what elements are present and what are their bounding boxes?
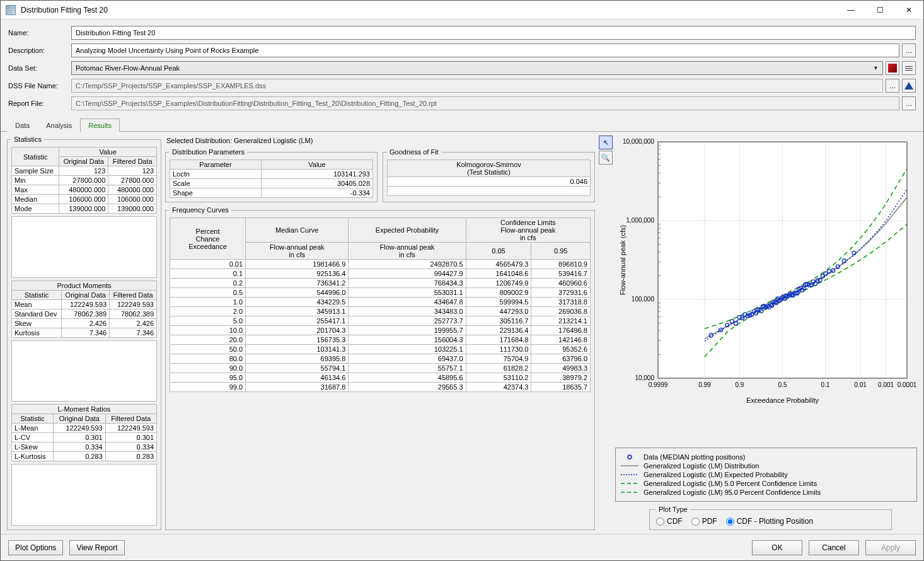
table-row: 5.0255417.1252773.7305116.7213214.1 (170, 316, 591, 326)
product-moments-table: Product Moments StatisticOriginal DataFi… (11, 280, 157, 338)
magnifier-icon: 🔍 (601, 154, 610, 162)
dataset-combo[interactable]: Potomac River-Flow-Annual Peak▼ (71, 61, 883, 75)
distribution-params-table: ParameterValue Loctn103141.293Scale30405… (170, 159, 373, 198)
table-row: Mode139000.000139000.000 (12, 204, 157, 214)
view-report-button[interactable]: View Report (69, 540, 124, 555)
frequency-chart: 10,000100,0001,000,00010,000,0000.99990.… (614, 136, 916, 407)
chevron-down-icon: ▼ (873, 65, 879, 71)
frequency-table: PercentChanceExceedance Median Curve Exp… (170, 217, 591, 392)
svg-text:0.1: 0.1 (821, 381, 830, 388)
tab-bar: Data Analysis Results (1, 118, 923, 132)
table-row: 95.046134.645895.653110.238979.2 (170, 373, 591, 383)
dss-browse-button[interactable]: … (886, 79, 899, 93)
zoom-tool-button[interactable]: 🔍 (599, 151, 613, 165)
dss-icon-button[interactable] (902, 79, 916, 93)
description-more-button[interactable]: … (902, 43, 916, 57)
statistics-column: Statistics StatisticValue Original DataF… (7, 136, 161, 530)
table-row: 0.2736341.2768434.31206749.9460960.6 (170, 279, 591, 288)
radio-cdf[interactable]: CDF (656, 517, 683, 526)
table-row: 80.069395.869437.075704.963796.0 (170, 354, 591, 364)
table-row: Mean122249.593122249.593 (12, 299, 157, 309)
svg-text:0.5: 0.5 (778, 381, 787, 388)
pointer-tool-button[interactable]: ↖ (599, 136, 613, 149)
table-row: 20.0156735.3156004.3171684.8142146.8 (170, 335, 591, 345)
dataset-plot-button[interactable] (886, 61, 899, 75)
table-row: L-Skew0.3340.334 (12, 442, 157, 452)
svg-text:1,000,000: 1,000,000 (627, 217, 655, 224)
titlebar: Distribution Fitting Test 20 — ☐ ✕ (1, 1, 923, 20)
tab-data[interactable]: Data (7, 119, 38, 132)
close-button[interactable]: ✕ (894, 1, 923, 20)
table-row: 0.1925136.4994427.91641048.6539416.7 (170, 269, 591, 279)
table-row: Min27800.00027800.000 (12, 176, 157, 185)
table-row: Loctn103141.293 (170, 170, 373, 179)
apply-button[interactable]: Apply (865, 540, 916, 555)
statistics-legend: Statistics (11, 136, 44, 143)
goodness-of-fit-fieldset: Goodness of Fit Kolmogorov-Smirnov(Test … (383, 148, 595, 202)
table-row: L-CV0.3010.301 (12, 433, 157, 442)
name-input[interactable]: Distribution Fitting Test 20 (71, 26, 916, 40)
svg-text:0.01: 0.01 (854, 381, 867, 388)
window-title: Distribution Fitting Test 20 (21, 6, 836, 14)
table-row: Standard Dev78062.38978062.389 (12, 309, 157, 318)
plot-type-fieldset: Plot Type CDF PDF CDF - Plotting Positio… (649, 506, 892, 530)
statistics-fieldset: Statistics StatisticValue Original DataF… (7, 136, 161, 530)
pointer-icon: ↖ (603, 139, 609, 147)
table-row: 1.0434229.5434647.8599994.5317318.8 (170, 298, 591, 307)
report-file-field: C:\Temp\SSP_Projects\SSP_Examples\Distri… (71, 96, 899, 110)
table-row: 90.055794.155757.161828.249983.3 (170, 364, 591, 373)
distribution-params-fieldset: Distribution Parameters ParameterValue L… (165, 148, 378, 202)
svg-point-111 (628, 455, 632, 459)
dataset-table-button[interactable] (902, 61, 916, 75)
gof-table: Kolmogorov-Smirnov(Test Statistic) 0.046 (387, 159, 591, 196)
table-row: Median106000.000106000.000 (12, 195, 157, 204)
table-row: L-Kurtosis0.2830.283 (12, 452, 157, 461)
plot-options-button[interactable]: Plot Options (8, 540, 63, 555)
tab-analysis[interactable]: Analysis (38, 119, 80, 132)
radio-pdf[interactable]: PDF (691, 517, 717, 526)
frequency-curves-fieldset: Frequency Curves PercentChanceExceedance… (165, 206, 595, 530)
basic-stats-table: StatisticValue Original DataFiltered Dat… (11, 147, 157, 214)
table-row: Shape-0.334 (170, 188, 373, 198)
name-label: Name: (8, 29, 71, 37)
svg-text:0.9: 0.9 (735, 381, 744, 388)
maximize-button[interactable]: ☐ (865, 1, 894, 20)
cancel-button[interactable]: Cancel (809, 540, 859, 555)
chart-column: ↖ 🔍 10,000100,0001,000,00010,000,0000.99… (599, 136, 917, 530)
selected-distribution-label: Selected Distribution: Generalized Logis… (165, 136, 595, 144)
chart-area[interactable]: 10,000100,0001,000,00010,000,0000.99990.… (614, 136, 917, 444)
table-row: 50.0103141.3103225.1111730.095352.6 (170, 345, 591, 354)
svg-text:100,000: 100,000 (632, 296, 655, 303)
lmoment-table: L-Moment Ratios StatisticOriginal DataFi… (11, 404, 157, 461)
ok-button[interactable]: OK (752, 540, 802, 555)
table-row: Sample Size123123 (12, 166, 157, 176)
table-row: Max480000.000480000.000 (12, 185, 157, 195)
table-row: Skew2.4262.426 (12, 318, 157, 328)
table-row: 0.011981466.92492870.54565479.3896810.9 (170, 260, 591, 269)
form-area: Name: Distribution Fitting Test 20 Descr… (1, 20, 923, 118)
table-row: 10.0201704.3199955.7229136.4176496.8 (170, 326, 591, 335)
report-browse-button[interactable]: … (902, 96, 916, 110)
table-row: Kurtosis7.3467.346 (12, 328, 157, 337)
dss-file-field: C:/Temp/SSP_Projects/SSP_Examples/SSP_EX… (71, 79, 883, 93)
svg-text:0.0001: 0.0001 (898, 381, 916, 388)
tab-results[interactable]: Results (80, 119, 120, 132)
description-label: Description: (8, 47, 71, 54)
minimize-button[interactable]: — (836, 1, 865, 20)
description-input[interactable]: Analyzing Model Uncertainty Using Point … (71, 43, 899, 57)
center-column: Selected Distribution: Generalized Logis… (165, 136, 595, 530)
svg-text:10,000,000: 10,000,000 (623, 138, 654, 145)
chart-toolbar: ↖ 🔍 (599, 136, 614, 444)
report-label: Report File: (8, 100, 71, 107)
radio-cdf-plotting-position[interactable]: CDF - Plotting Position (726, 517, 813, 526)
plot-icon (888, 64, 897, 72)
table-row: L-Mean122249.593122249.593 (12, 424, 157, 433)
chart-legend: Data (MEDIAN plotting positions) General… (615, 448, 917, 502)
svg-text:0.001: 0.001 (878, 381, 894, 388)
table-row: 2.0345913.1343483.0447293.0269036.8 (170, 307, 591, 316)
svg-text:Exceedance Probability: Exceedance Probability (746, 396, 819, 404)
dss-icon (904, 82, 913, 90)
table-row: 99.031687.829565.342374.318635.7 (170, 383, 591, 392)
footer: Plot Options View Report OK Cancel Apply (1, 534, 923, 560)
table-row: Scale30405.028 (170, 179, 373, 188)
